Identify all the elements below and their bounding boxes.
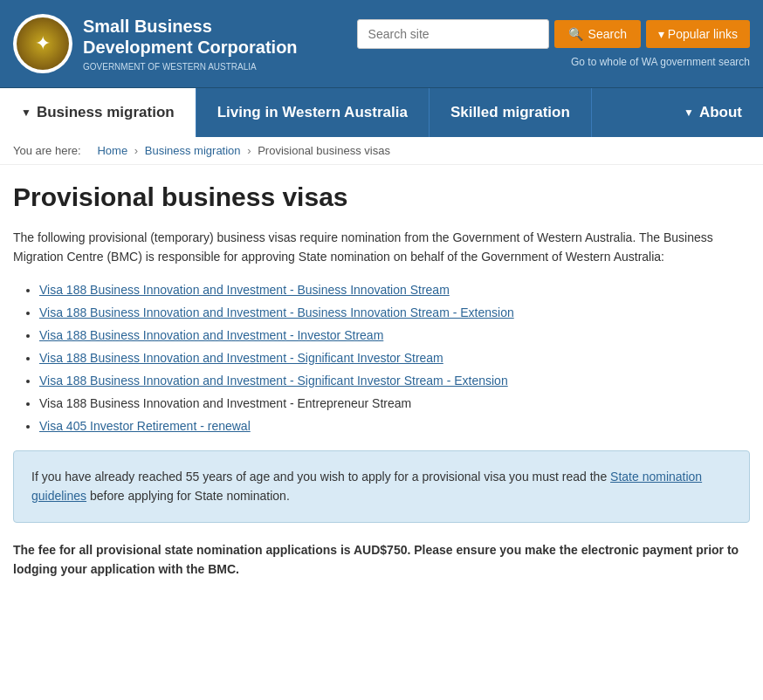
gov-label: GOVERNMENT OF WESTERN AUSTRALIA	[83, 61, 298, 72]
org-text: Small Business Development Corporation G…	[83, 16, 298, 72]
visa-text-6: Visa 188 Business Innovation and Investm…	[39, 396, 411, 410]
logo-emblem: ✦	[17, 17, 69, 70]
visa-list: Visa 188 Business Innovation and Investm…	[13, 283, 750, 433]
breadcrumb-sep3: ›	[247, 144, 251, 157]
info-box-text-before: If you have already reached 55 years of …	[31, 470, 610, 484]
nav-item-about[interactable]: ▼ About	[663, 88, 763, 137]
list-item: Visa 188 Business Innovation and Investm…	[39, 396, 750, 410]
search-icon: 🔍	[568, 27, 583, 41]
visa-link-3[interactable]: Visa 188 Business Innovation and Investm…	[39, 328, 383, 342]
header-right: 🔍 Search ▾ Popular links Go to whole of …	[357, 19, 750, 68]
main-nav: ▼ Business migration Living in Western A…	[0, 87, 763, 137]
breadcrumb-separator1	[87, 144, 91, 157]
breadcrumb-sep2: ›	[134, 144, 138, 157]
visa-link-5[interactable]: Visa 188 Business Innovation and Investm…	[39, 374, 508, 388]
nav-inner: ▼ Business migration Living in Western A…	[0, 88, 763, 137]
search-button[interactable]: 🔍 Search	[554, 20, 641, 48]
breadcrumb-label: You are here:	[13, 144, 81, 157]
fee-notice-text: The fee for all provisional state nomina…	[13, 543, 739, 576]
chevron-down-icon-about: ▼	[684, 106, 694, 119]
main-content: Provisional business visas The following…	[0, 165, 763, 605]
search-row: 🔍 Search ▾ Popular links	[357, 19, 750, 49]
list-item: Visa 188 Business Innovation and Investm…	[39, 328, 750, 342]
list-item: Visa 188 Business Innovation and Investm…	[39, 351, 750, 365]
info-box: If you have already reached 55 years of …	[13, 450, 750, 523]
site-header: ✦ Small Business Development Corporation…	[0, 0, 763, 87]
breadcrumb: You are here: Home › Business migration …	[0, 137, 763, 165]
list-item: Visa 188 Business Innovation and Investm…	[39, 283, 750, 297]
intro-paragraph: The following provisional (temporary) bu…	[13, 228, 750, 267]
visa-link-4[interactable]: Visa 188 Business Innovation and Investm…	[39, 351, 443, 365]
popular-links-button[interactable]: ▾ Popular links	[646, 20, 750, 48]
nav-item-living-wa[interactable]: Living in Western Australia	[196, 88, 430, 137]
list-item: Visa 188 Business Innovation and Investm…	[39, 305, 750, 319]
breadcrumb-home[interactable]: Home	[97, 144, 127, 157]
nav-item-business-migration[interactable]: ▼ Business migration	[0, 88, 196, 137]
breadcrumb-current: Provisional business visas	[258, 144, 390, 157]
org-name-line1: Small Business Development Corporation	[83, 16, 298, 58]
page-title: Provisional business visas	[13, 182, 750, 212]
logo-icon: ✦	[35, 32, 51, 55]
list-item: Visa 188 Business Innovation and Investm…	[39, 374, 750, 388]
visa-link-1[interactable]: Visa 188 Business Innovation and Investm…	[39, 283, 450, 297]
list-item: Visa 405 Investor Retirement - renewal	[39, 419, 750, 433]
logo-area: ✦ Small Business Development Corporation…	[13, 14, 298, 73]
breadcrumb-section[interactable]: Business migration	[145, 144, 241, 157]
visa-link-2[interactable]: Visa 188 Business Innovation and Investm…	[39, 305, 514, 319]
chevron-down-icon: ▼	[21, 106, 31, 119]
visa-link-7[interactable]: Visa 405 Investor Retirement - renewal	[39, 419, 251, 433]
logo-circle: ✦	[13, 14, 72, 73]
wa-gov-link[interactable]: Go to whole of WA government search	[571, 54, 750, 68]
fee-notice: The fee for all provisional state nomina…	[13, 540, 750, 580]
search-input[interactable]	[357, 19, 549, 49]
info-box-text-after: before applying for State nomination.	[86, 489, 290, 503]
nav-item-skilled-migration[interactable]: Skilled migration	[430, 88, 592, 137]
